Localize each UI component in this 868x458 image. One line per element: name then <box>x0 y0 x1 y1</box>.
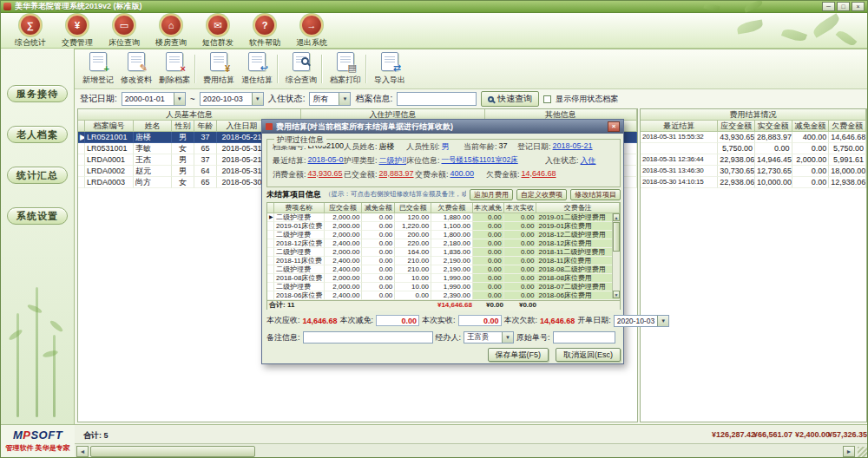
settlement-row[interactable]: 2018-05-30 14:10:1522,938.0610,000.000.0… <box>641 177 866 188</box>
chevron-down-icon[interactable]: ▼ <box>252 93 263 105</box>
scroll-down-icon[interactable]: ▼ <box>613 291 620 298</box>
settlement-panel[interactable]: 费用结算情况最近结算应交金额实交金额减免金额欠费金额2018-05-31 15:… <box>640 108 867 422</box>
settlement-row[interactable]: 2018-05-31 12:36:4422,938.0614,946.452,0… <box>641 154 866 166</box>
fee-item-row[interactable]: 2018-12床位费2,400.000.00220.002,180.000.00… <box>267 239 620 248</box>
toolbar-button-sms[interactable]: ✉短信群发 <box>195 15 240 49</box>
settlement-row[interactable]: 2018-05-31 15:55:3243,930.6528,883.97400… <box>641 132 866 143</box>
sidebar-item-system-settings[interactable]: 系统设置 <box>7 207 68 225</box>
vertical-scrollbar[interactable]: ▲ ▼ <box>612 213 620 298</box>
date-to-select[interactable]: 2020-10-03 ▼ <box>200 92 264 106</box>
column-header-cell[interactable]: 年龄 <box>194 121 217 132</box>
info-field-value[interactable]: 男 <box>442 141 450 153</box>
column-header-cell[interactable]: 减免金额 <box>792 121 830 132</box>
scroll-up-icon[interactable]: ▲ <box>613 213 620 221</box>
column-header-cell[interactable]: 减免金额 <box>362 203 395 213</box>
toolbar-button-payment[interactable]: ¥交费管理 <box>55 15 100 49</box>
horizontal-scrollbar[interactable]: ◄ ► <box>75 443 868 458</box>
column-header-cell[interactable]: 应交金额 <box>718 121 755 132</box>
fee-item-row[interactable]: 2018-11床位费2,400.000.00210.002,190.000.00… <box>267 257 620 265</box>
toolbar-button-help[interactable]: ?软件帮助 <box>242 15 287 49</box>
fee-item-row[interactable]: 二级护理费2,400.000.00210.002,190.000.000.002… <box>267 265 620 274</box>
status-select[interactable]: 所有 ▼ <box>309 92 351 106</box>
column-header-cell[interactable]: 费项名称 <box>274 203 325 213</box>
column-header-cell[interactable]: 应交金额 <box>325 203 363 213</box>
scroll-right-icon[interactable]: ► <box>843 446 855 457</box>
info-field-value[interactable]: 2018-05-21 <box>553 141 593 153</box>
fee-item-row[interactable]: 二级护理费2,000.000.0010.001,990.000.000.0020… <box>267 283 620 291</box>
minimize-button[interactable]: ─ <box>822 2 835 11</box>
fee-item-row[interactable]: 二级护理费2,000.000.00164.001,836.000.000.002… <box>267 248 620 257</box>
info-field-value[interactable]: 入住 <box>581 155 596 167</box>
column-header-cell[interactable]: 欠费金额 <box>431 203 473 213</box>
toolbar-button-building-query[interactable]: ⌂楼房查询 <box>148 15 194 49</box>
fee-item-row[interactable]: ▶二级护理费2,000.000.00120.001,880.000.000.00… <box>267 213 620 222</box>
settlement-row[interactable]: 5,750.000.000.005,750.00 <box>641 143 866 154</box>
action-button-query[interactable]: 综合查询 <box>283 52 319 86</box>
fee-item-row[interactable]: 2018-06床位费2,400.000.000.002,390.000.000.… <box>267 291 620 300</box>
dialog-close-icon[interactable]: × <box>608 121 620 132</box>
close-button[interactable]: × <box>852 2 865 11</box>
save-bill-button[interactable]: 保存单据(F5) <box>488 348 549 362</box>
modify-settle-item-button[interactable]: 修改结算项目 <box>570 189 621 200</box>
column-header-cell[interactable]: 姓名 <box>134 121 172 132</box>
chevron-down-icon[interactable]: ▼ <box>502 332 513 343</box>
chevron-down-icon[interactable]: ▼ <box>339 93 350 105</box>
action-button-edit[interactable]: ✎修改资料 <box>118 52 155 86</box>
action-button-fee-settle[interactable]: ¥费用结算 <box>201 52 237 86</box>
show-disabled-checkbox[interactable] <box>543 95 551 103</box>
fee-item-row[interactable]: 2019-01床位费2,000.000.001,220.001,100.000.… <box>267 222 620 231</box>
sidebar-item-stats-summary[interactable]: 统计汇总 <box>7 167 68 184</box>
date-from-select[interactable]: 2000-01-01 ▼ <box>122 92 186 106</box>
toolbar-button-stats[interactable]: ∑综合统计 <box>8 15 53 49</box>
fee-item-row[interactable]: 二级护理费2,000.000.00200.001,800.000.000.002… <box>267 231 620 239</box>
chevron-down-icon[interactable]: ▼ <box>657 316 668 326</box>
column-header-cell[interactable]: 最近结算 <box>641 121 718 132</box>
operator-select[interactable]: 王富贵 ▼ <box>464 331 514 344</box>
column-header-cell[interactable]: 欠费金额 <box>829 121 866 132</box>
settlement-row[interactable]: 2018-05-31 13:46:3030,730.6512,730.650.0… <box>641 166 866 177</box>
info-field-value[interactable]: 一号楼15栋1101室02床 <box>442 155 518 167</box>
column-header-cell[interactable]: 档案编号 <box>85 121 134 132</box>
unsettled-items-table[interactable]: ▲ ▼ 费项名称应交金额减免金额已交金额欠费金额本次减免本次实收交费备注▶二级护… <box>266 202 621 310</box>
append-monthly-fee-button[interactable]: 追加月费用 <box>470 189 513 200</box>
column-header-cell[interactable] <box>267 203 274 213</box>
sidebar-item-reception[interactable]: 服务接待 <box>7 85 68 102</box>
column-header-cell[interactable]: 本次减免 <box>473 203 504 213</box>
remark-input[interactable] <box>303 331 433 344</box>
info-field-value[interactable]: 400.00 <box>450 169 475 180</box>
column-header-cell[interactable] <box>78 121 85 132</box>
info-field-value[interactable]: 43,930.65 <box>308 169 343 180</box>
column-header-cell[interactable]: 本次实收 <box>504 203 537 213</box>
sidebar-item-elder-archive[interactable]: 老人档案 <box>7 126 68 143</box>
action-button-print[interactable]: ▤档案打印 <box>327 52 364 86</box>
column-header-cell[interactable]: 交费备注 <box>536 203 620 213</box>
orig-no-input[interactable] <box>553 331 615 344</box>
waive-input[interactable]: 0.00 <box>376 315 419 326</box>
bill-date-select[interactable]: 2020-10-03 ▼ <box>614 315 669 327</box>
scroll-left-icon[interactable]: ◄ <box>76 446 89 457</box>
toolbar-button-exit[interactable]: →退出系统 <box>289 15 334 49</box>
column-header-cell[interactable]: 实交金额 <box>755 121 792 132</box>
quick-search-button[interactable]: 快速查询 <box>481 91 539 107</box>
action-button-import-export[interactable]: ⇄导入导出 <box>372 52 408 86</box>
toolbar-button-bed-query[interactable]: ▭床位查询 <box>102 15 147 49</box>
scrollbar-thumb[interactable] <box>90 446 255 457</box>
info-field-value[interactable]: 2018-05-01 <box>308 155 344 167</box>
action-button-delete[interactable]: ×删除档案 <box>156 52 193 86</box>
maximize-button[interactable]: □ <box>837 2 850 11</box>
info-field-value[interactable]: 二级护理 <box>379 155 406 167</box>
custom-fee-item-button[interactable]: 自定义收费项 <box>516 189 567 200</box>
column-header-cell[interactable]: 入住日期 <box>217 121 267 132</box>
action-button-add[interactable]: +新增登记 <box>80 52 116 86</box>
info-field-value[interactable]: 14,646.68 <box>522 169 556 180</box>
info-field-value[interactable]: 28,883.97 <box>379 169 414 180</box>
resize-grip[interactable] <box>858 447 868 457</box>
column-header-cell[interactable]: 性别 <box>172 121 194 132</box>
keyword-input[interactable] <box>397 92 477 106</box>
action-button-checkout-settle[interactable]: ↩退住结算 <box>239 52 275 86</box>
chevron-down-icon[interactable]: ▼ <box>174 93 185 105</box>
column-header-cell[interactable]: 已交金额 <box>395 203 431 213</box>
cancel-return-button[interactable]: 取消返回(Esc) <box>556 348 621 362</box>
fee-item-row[interactable]: 2018-08床位费2,000.000.0010.001,990.000.000… <box>267 274 620 283</box>
paid-input[interactable]: 0.00 <box>458 315 502 326</box>
